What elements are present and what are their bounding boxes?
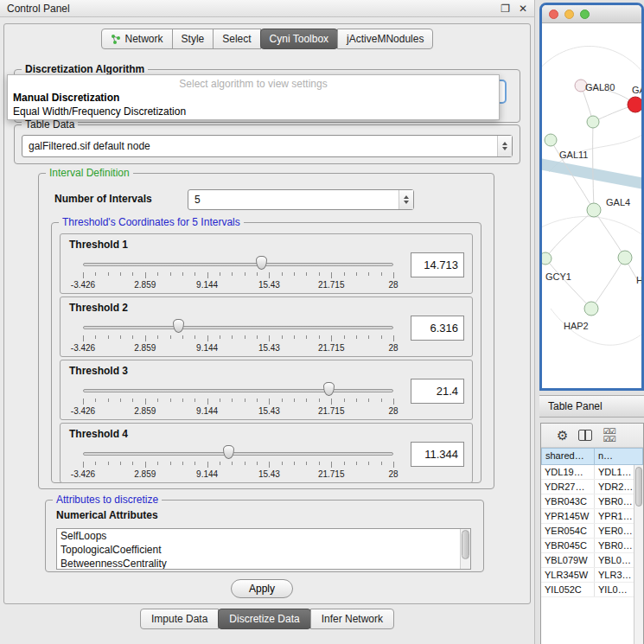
slider-track[interactable] <box>83 263 393 266</box>
scrollbar-thumb[interactable] <box>635 467 642 507</box>
table-row[interactable]: YBR045C YBR0… <box>541 539 643 553</box>
table-scrollbar[interactable] <box>634 465 643 644</box>
table-cell: YDL19… <box>541 465 595 479</box>
algorithm-option-manual[interactable]: Manual Discretization <box>8 91 499 105</box>
slider-thumb[interactable] <box>223 445 234 459</box>
algorithm-dropdown-popup: Select algorithm to view settings Manual… <box>7 74 500 120</box>
table-data-selected-value: galFiltered.sif default node <box>22 140 497 152</box>
table-row[interactable]: YIL052C YIL0… <box>541 583 643 597</box>
tab-style[interactable]: Style <box>172 29 214 49</box>
zoom-traffic-light-icon[interactable] <box>580 10 590 19</box>
threshold-1-label: Threshold 1 <box>69 239 404 251</box>
scrollbar-thumb[interactable] <box>462 530 469 559</box>
slider-ticks <box>83 335 393 342</box>
table-row[interactable]: YDR27… YDR2… <box>541 480 643 494</box>
slider-thumb[interactable] <box>323 382 335 396</box>
scale-label: -3.426 <box>71 469 95 479</box>
table-row[interactable]: YLR345W YLR3… <box>541 568 643 583</box>
table-cell: YDR27… <box>541 480 595 494</box>
table-toolbar: ⚙ ☑☑☑☑ <box>541 424 643 448</box>
columns-icon[interactable] <box>578 430 592 441</box>
threshold-2-slider[interactable]: -3.426 2.859 9.144 15.43 21.715 28 <box>81 316 395 356</box>
network-wide-edge[interactable] <box>542 163 641 184</box>
slider-thumb[interactable] <box>173 319 184 333</box>
select-columns-icon[interactable]: ☑☑☑☑ <box>603 428 615 443</box>
column-header[interactable]: n… <box>595 448 643 465</box>
network-node[interactable] <box>584 302 598 316</box>
threshold-2-label: Threshold 2 <box>69 302 404 314</box>
tab-cyni-toolbox[interactable]: Cyni Toolbox <box>260 29 338 49</box>
slider-scale: -3.426 2.859 9.144 15.43 21.715 28 <box>83 343 393 354</box>
network-node[interactable] <box>545 134 557 146</box>
number-of-intervals-combobox[interactable]: 5 <box>188 189 414 210</box>
table-row[interactable]: YDL19… YDL1… <box>541 465 643 480</box>
network-node[interactable] <box>587 203 601 217</box>
threshold-3-slider[interactable]: -3.426 2.859 9.144 15.43 21.715 28 <box>81 379 395 419</box>
table-data-combobox[interactable]: galFiltered.sif default node <box>22 135 513 157</box>
table-row[interactable]: YBR043C YBR0… <box>541 494 643 509</box>
threshold-4-label: Threshold 4 <box>69 428 404 440</box>
table-cell: YLR345W <box>541 568 595 582</box>
interval-definition-legend: Interval Definition <box>46 167 133 179</box>
network-node[interactable] <box>542 252 552 265</box>
close-icon[interactable]: ✕ <box>519 3 527 14</box>
threshold-4-value-field[interactable]: 11.344 <box>411 442 464 467</box>
algorithm-option-equal-width[interactable]: Equal Width/Frequency Discretization <box>8 105 499 118</box>
table-cell: YBR043C <box>541 494 595 508</box>
table-row[interactable]: YPR145W YPR1… <box>541 509 643 524</box>
threshold-3-value-field[interactable]: 21.4 <box>411 379 464 404</box>
threshold-1-slider[interactable]: -3.426 2.859 9.144 15.43 21.715 28 <box>81 253 395 293</box>
network-canvas[interactable]: GAL80 GA GAL11 GAL4 GCY1 H HAP2 <box>542 23 641 390</box>
network-node[interactable] <box>618 251 632 265</box>
minimize-traffic-light-icon[interactable] <box>564 10 574 19</box>
list-scrollbar[interactable] <box>460 529 470 569</box>
scale-label: 2.859 <box>134 469 156 479</box>
table-cell: YBR045C <box>541 539 595 552</box>
slider-thumb[interactable] <box>256 256 267 270</box>
tab-jactivemnodules[interactable]: jActiveMNodules <box>337 29 433 49</box>
slider-scale: -3.426 2.859 9.144 15.43 21.715 28 <box>83 406 393 417</box>
tab-select[interactable]: Select <box>213 29 260 49</box>
slider-scale: -3.426 2.859 9.144 15.43 21.715 28 <box>83 280 393 290</box>
table-panel-titlebar: Table Panel <box>539 395 644 418</box>
slider-ticks <box>83 462 393 469</box>
minimize-icon[interactable]: ❐ <box>501 3 510 14</box>
network-node[interactable] <box>587 116 599 128</box>
tab-impute-data[interactable]: Impute Data <box>140 609 219 629</box>
scale-label: 21.715 <box>318 280 345 290</box>
table-panel-window: ⚙ ☑☑☑☑ shared… n… YDL19… YDL1… YDR27… YD… <box>540 423 644 644</box>
scale-label: 2.859 <box>134 343 156 353</box>
node-label-gcy1: GCY1 <box>545 271 571 282</box>
tab-style-label: Style <box>182 33 205 45</box>
gear-icon[interactable]: ⚙ <box>557 429 568 442</box>
threshold-2-row: Threshold 2 -3.426 2.859 9.144 15.43 21.… <box>60 296 473 357</box>
tab-infer-network[interactable]: Infer Network <box>310 609 394 629</box>
slider-ticks <box>83 272 393 279</box>
slider-track[interactable] <box>83 326 393 329</box>
scale-label: 2.859 <box>134 406 156 416</box>
network-node-selected[interactable] <box>628 97 641 112</box>
table-row[interactable]: YBL079W YBL0… <box>541 553 643 568</box>
threshold-1-value-field[interactable]: 14.713 <box>411 252 464 277</box>
apply-button[interactable]: Apply <box>231 579 293 598</box>
threshold-3-row: Threshold 3 -3.426 2.859 9.144 15.43 21.… <box>60 360 473 420</box>
column-header[interactable]: shared… <box>541 448 595 465</box>
slider-track[interactable] <box>83 452 393 456</box>
network-tab-icon <box>111 34 121 44</box>
slider-scale: -3.426 2.859 9.144 15.43 21.715 28 <box>83 469 393 480</box>
scale-label: 21.715 <box>318 406 345 416</box>
table-row[interactable]: YER054C YER0… <box>541 524 643 539</box>
network-edge <box>591 258 625 309</box>
threshold-2-value-field[interactable]: 6.316 <box>411 316 464 341</box>
close-traffic-light-icon[interactable] <box>549 10 558 19</box>
tab-network[interactable]: Network <box>101 29 173 49</box>
list-item[interactable]: TopologicalCoefficient <box>57 543 470 557</box>
threshold-4-slider[interactable]: -3.426 2.859 9.144 15.43 21.715 28 <box>81 443 395 482</box>
list-item[interactable]: SelfLoops <box>57 529 470 543</box>
table-cell: YIL052C <box>541 583 595 596</box>
scale-label: 9.144 <box>196 406 218 416</box>
list-item[interactable]: BetweennessCentrality <box>57 557 470 570</box>
node-label-gal11: GAL11 <box>559 150 588 160</box>
slider-track[interactable] <box>83 389 393 392</box>
tab-discretize-data[interactable]: Discretize Data <box>218 609 310 629</box>
